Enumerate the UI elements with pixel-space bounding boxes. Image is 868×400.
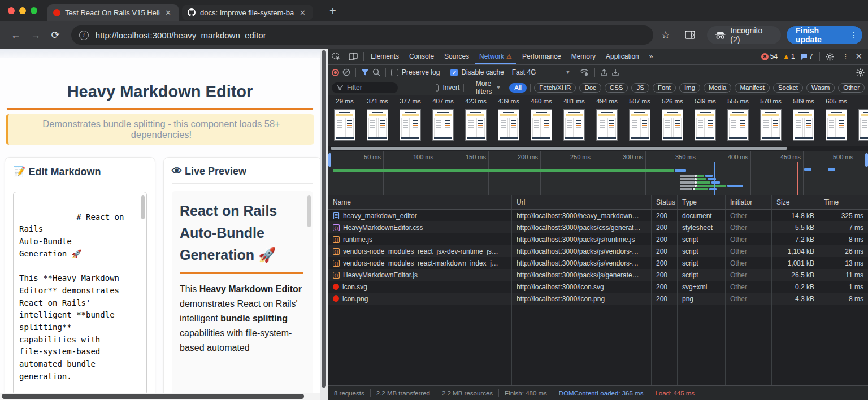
request-initiator[interactable]: Other [726,233,772,245]
filmstrip-thumbnail[interactable] [793,109,814,141]
filter-chip-media[interactable]: Media [704,83,731,93]
filmstrip-thumbnail[interactable] [367,109,388,141]
back-button[interactable]: ← [8,27,23,43]
filmstrip-thumbnail[interactable] [662,109,683,141]
close-window-button[interactable] [8,7,15,14]
more-tabs-button[interactable]: » [644,49,658,64]
filmstrip-frame[interactable]: 526 ms [656,98,689,146]
filmstrip-frame[interactable]: 29 ms [328,98,361,146]
zoom-window-button[interactable] [31,7,37,14]
browser-tab[interactable]: docs: Improve file-system-ba✕ [182,5,313,20]
network-request-row[interactable]: {}vendors-node_modules_react_jsx-dev-run… [328,245,868,257]
network-request-row[interactable]: {}vendors-node_modules_react-markdown_in… [328,257,868,269]
filmstrip-frame[interactable]: 371 ms [361,98,394,146]
filmstrip-frame[interactable]: 605 ms [820,98,853,146]
markdown-textarea[interactable]: # React on Rails Auto-Bundle Generation … [13,192,147,395]
filmstrip-thumbnail[interactable] [858,109,868,141]
filter-chip-wasm[interactable]: Wasm [806,83,835,93]
filmstrip-frame[interactable]: 423 ms [459,98,492,146]
filter-chip-js[interactable]: JS [631,83,649,93]
preserve-log-label[interactable]: Preserve log [402,68,440,76]
filter-chip-all[interactable]: All [509,83,527,93]
preserve-log-checkbox[interactable] [391,69,398,76]
export-har-icon[interactable] [611,68,619,76]
filmstrip-frame[interactable] [853,98,868,146]
error-count-badge[interactable]: ✕ 54 [761,53,778,60]
more-filters-button[interactable]: More filters [476,80,492,95]
overview-right-handle[interactable] [865,153,868,167]
column-header-initiator[interactable]: Initiator [726,195,772,209]
request-initiator[interactable]: Other [726,221,772,233]
page-horizontal-scrollbar[interactable] [0,393,320,400]
column-header-type[interactable]: Type [678,195,726,209]
page-vertical-scrollbar[interactable] [320,49,328,400]
throttling-caret-icon[interactable]: ▼ [565,69,570,75]
filmstrip-thumbnail[interactable] [531,109,552,141]
devtools-tab-elements[interactable]: Elements [366,49,404,64]
filter-chip-font[interactable]: Font [653,83,676,93]
devtools-menu-icon[interactable]: ⋮ [838,53,853,60]
inspect-element-icon[interactable] [328,53,345,61]
forward-button[interactable]: → [28,27,43,43]
new-tab-button[interactable]: + [326,5,340,18]
record-network-log-button[interactable] [332,69,339,76]
filmstrip-frame[interactable]: 481 ms [558,98,591,146]
filmstrip-thumbnail[interactable] [727,109,749,141]
search-icon[interactable] [372,68,380,76]
url-text[interactable]: http://localhost:3000/heavy_markdown_edi… [96,31,266,40]
request-initiator[interactable]: Other [726,281,772,293]
devtools-tab-network[interactable]: Network⚠ [474,49,517,64]
more-filters-caret-icon[interactable]: ▼ [496,85,501,90]
column-header-time[interactable]: Time [819,195,868,209]
disable-cache-label[interactable]: Disable cache [461,68,504,76]
request-initiator[interactable]: Other [726,269,772,281]
filter-chip-other[interactable]: Other [838,83,865,93]
filmstrip-thumbnail[interactable] [760,109,782,141]
filter-chip-img[interactable]: Img [679,83,700,93]
filmstrip-thumbnail[interactable] [596,109,618,141]
reload-button[interactable]: ⟳ [48,27,63,43]
network-overview-timeline[interactable]: 50 ms100 ms150 ms200 ms250 ms300 ms350 m… [328,151,868,195]
filter-chip-fetchxhr[interactable]: Fetch/XHR [534,83,576,93]
browser-tab[interactable]: Test React On Rails V15 Hello✕ [47,4,179,21]
devtools-close-icon[interactable]: ✕ [853,51,868,62]
filter-toggle-icon[interactable] [361,69,369,76]
devtools-tab-application[interactable]: Application [601,49,644,64]
filmstrip-scrollbar[interactable] [328,146,868,151]
devtools-tab-console[interactable]: Console [404,49,439,64]
devtools-tab-performance[interactable]: Performance [517,49,566,64]
request-initiator[interactable]: Other [726,210,772,221]
filmstrip-thumbnail[interactable] [400,109,421,141]
filmstrip-frame[interactable]: 494 ms [591,98,623,146]
address-bar[interactable]: i http://localhost:3000/heavy_markdown_e… [71,25,653,45]
filmstrip-thumbnail[interactable] [695,109,716,141]
request-initiator[interactable]: Other [726,293,772,305]
filmstrip-frame[interactable]: 377 ms [394,98,427,146]
request-initiator[interactable]: Other [726,245,772,257]
filmstrip-frame[interactable]: 439 ms [492,98,525,146]
request-initiator[interactable]: Other [726,257,772,269]
tab-close-icon[interactable]: ✕ [298,8,307,17]
tab-close-icon[interactable]: ✕ [163,8,173,17]
filmstrip-thumbnail[interactable] [432,109,454,141]
network-request-row[interactable]: icon.pnghttp://localhost:3000/icon.png20… [328,293,868,305]
minimize-window-button[interactable] [19,7,26,14]
import-har-icon[interactable] [600,68,608,76]
filter-chip-manifest[interactable]: Manifest [735,83,769,93]
devtools-tab-sources[interactable]: Sources [439,49,474,64]
clear-network-log-icon[interactable] [342,68,350,76]
network-conditions-icon[interactable] [579,68,589,76]
warning-count-badge[interactable]: ▲ 1 [783,53,795,60]
overview-left-handle[interactable] [328,153,331,167]
side-panel-icon[interactable] [685,31,695,40]
issues-count-badge[interactable]: 7 [800,53,813,60]
incognito-badge[interactable]: Incognito (2) [707,26,781,44]
network-request-row[interactable]: heavy_markdown_editorhttp://localhost:30… [328,210,868,221]
network-request-row[interactable]: {}HeavyMarkdownEditor.jshttp://localhost… [328,269,868,281]
filter-input[interactable]: Filter [332,82,398,93]
filter-chip-css[interactable]: CSS [605,83,628,93]
filmstrip-frame[interactable]: 460 ms [525,98,558,146]
devtools-tab-memory[interactable]: Memory [566,49,601,64]
finish-update-button[interactable]: Finish update ⋮ [787,26,862,44]
filmstrip-thumbnail[interactable] [826,109,847,141]
